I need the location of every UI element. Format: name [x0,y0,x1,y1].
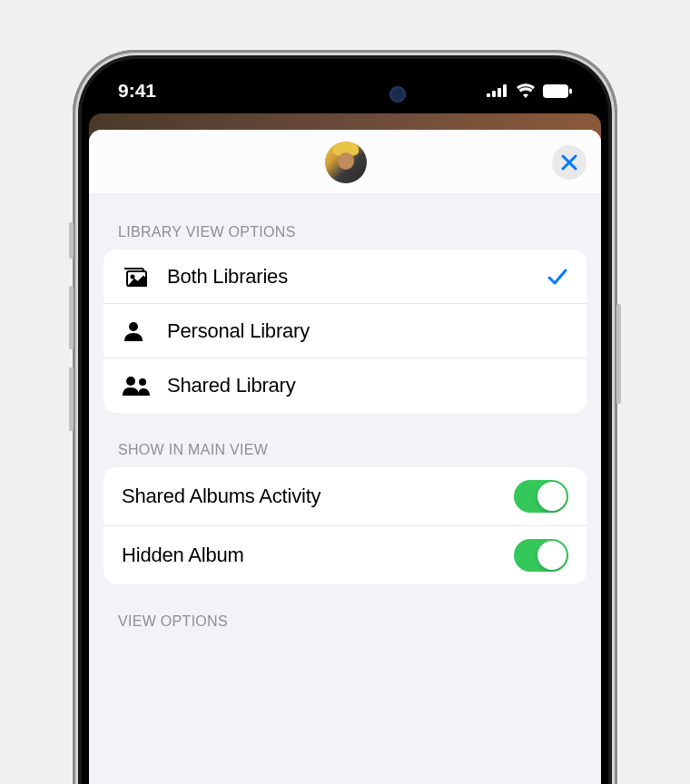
close-icon [561,154,577,171]
view-options-section-header: VIEW OPTIONS [89,584,601,639]
show-in-main-group: Shared Albums Activity Hidden Album [104,467,586,584]
status-time: 9:41 [118,80,156,102]
settings-sheet: LIBRARY VIEW OPTIONS Both Libraries [89,130,601,784]
show-in-main-section-header: SHOW IN MAIN VIEW [89,413,601,467]
both-libraries-row[interactable]: Both Libraries [104,250,586,304]
personal-library-row[interactable]: Personal Library [104,304,586,358]
svg-point-9 [126,377,135,386]
front-camera [389,86,406,103]
volume-up-button [69,286,74,349]
silent-switch [69,222,74,259]
both-libraries-label: Both Libraries [167,265,547,289]
svg-rect-0 [487,93,490,97]
library-view-group: Both Libraries Personal Library [104,250,586,413]
cellular-signal-icon [487,84,508,97]
hidden-album-toggle[interactable] [514,539,568,572]
volume-down-button [69,368,74,431]
hidden-album-row: Hidden Album [104,526,586,584]
phone-screen: 9:41 [82,59,608,784]
hidden-album-label: Hidden Album [122,544,514,567]
svg-point-7 [132,275,134,278]
svg-point-8 [129,322,138,331]
svg-point-10 [139,378,146,386]
person-icon [122,319,145,343]
svg-rect-3 [503,84,507,97]
personal-library-label: Personal Library [167,319,568,343]
shared-albums-activity-label: Shared Albums Activity [122,485,514,508]
shared-library-label: Shared Library [167,374,568,397]
dynamic-island [277,75,413,113]
svg-rect-2 [498,88,501,97]
svg-rect-4 [543,84,568,98]
shared-library-row[interactable]: Shared Library [104,358,586,413]
profile-avatar[interactable] [325,142,367,183]
phone-frame: 9:41 [73,50,617,784]
both-libraries-icon [122,266,149,288]
status-icons [487,83,572,98]
close-button[interactable] [552,145,586,180]
svg-rect-1 [492,91,496,97]
checkmark-icon [547,266,568,288]
people-icon [122,375,151,397]
battery-icon [543,84,572,98]
power-button [616,304,621,404]
library-view-section-header: LIBRARY VIEW OPTIONS [89,195,601,250]
wifi-icon [516,83,536,98]
svg-rect-5 [569,88,572,93]
shared-albums-activity-row: Shared Albums Activity [104,467,586,526]
shared-albums-activity-toggle[interactable] [514,480,568,513]
sheet-header [89,130,601,195]
